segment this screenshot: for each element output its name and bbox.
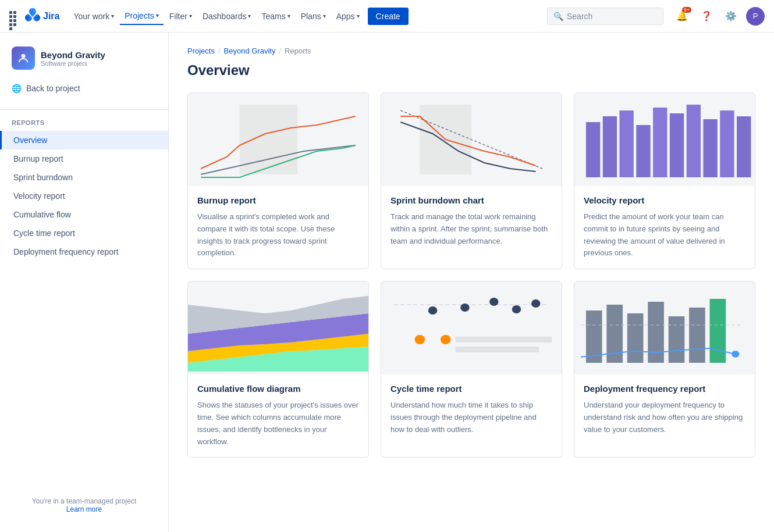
svg-point-21 — [489, 298, 499, 306]
svg-rect-9 — [670, 113, 684, 177]
learn-more-link[interactable]: Learn more — [12, 505, 157, 513]
svg-rect-11 — [703, 119, 717, 177]
breadcrumb-beyond-gravity[interactable]: Beyond Gravity — [224, 47, 276, 55]
create-button[interactable]: Create — [368, 8, 409, 25]
main-content: Projects / Beyond Gravity / Reports Over… — [169, 33, 774, 532]
project-name: Beyond Gravity — [41, 50, 105, 60]
deployment-desc: Understand your deployment frequency to … — [584, 399, 745, 435]
burnup-card[interactable]: Burnup report Visualise a sprint's compl… — [187, 92, 369, 269]
settings-button[interactable]: ⚙️ — [722, 7, 740, 26]
footer-text: You're in a team-managed project — [12, 497, 157, 505]
cumulative-card[interactable]: Cumulative flow diagram Shows the status… — [187, 281, 369, 458]
back-icon: 🌐 — [12, 84, 22, 93]
top-navigation: Jira Your work ▾ Projects ▾ Filter ▾ Das… — [0, 0, 774, 33]
deployment-chart — [574, 281, 755, 374]
burndown-card-body: Sprint burndown chart Track and manage t… — [381, 186, 562, 256]
project-header: Beyond Gravity Software project — [0, 42, 168, 79]
breadcrumb-projects[interactable]: Projects — [187, 47, 215, 55]
deployment-title: Deployment frequency report — [584, 384, 745, 394]
nav-filter[interactable]: Filter ▾ — [165, 8, 197, 24]
sidebar-item-cycle-time[interactable]: Cycle time report — [0, 224, 168, 242]
avatar[interactable]: P — [746, 7, 765, 26]
sidebar-divider — [0, 109, 168, 110]
deployment-card-body: Deployment frequency report Understand y… — [574, 374, 755, 445]
svg-point-19 — [428, 306, 438, 315]
velocity-card[interactable]: Velocity report Predict the amount of wo… — [574, 92, 755, 269]
cycle-time-desc: Understand how much time it takes to shi… — [390, 399, 552, 435]
nav-dashboards[interactable]: Dashboards ▾ — [198, 8, 256, 24]
sidebar-item-burnup[interactable]: Burnup report — [0, 149, 168, 168]
svg-rect-5 — [603, 116, 617, 177]
svg-rect-32 — [669, 316, 685, 363]
jira-logo[interactable]: Jira — [24, 8, 59, 24]
sidebar-item-cumulative[interactable]: Cumulative flow — [0, 205, 168, 224]
nav-items: Your work ▾ Projects ▾ Filter ▾ Dashboar… — [69, 8, 542, 25]
burnup-card-body: Burnup report Visualise a sprint's compl… — [188, 186, 368, 269]
chevron-down-icon: ▾ — [357, 13, 360, 19]
cycle-time-card-body: Cycle time report Understand how much ti… — [381, 374, 562, 445]
svg-rect-7 — [636, 125, 650, 177]
svg-rect-33 — [689, 308, 705, 363]
sidebar-item-overview[interactable]: Overview — [0, 131, 168, 149]
sidebar-item-deployment[interactable]: Deployment frequency report — [0, 242, 168, 261]
cycle-time-card[interactable]: Cycle time report Understand how much ti… — [381, 281, 562, 458]
sidebar-footer: You're in a team-managed project Learn m… — [0, 488, 168, 523]
cumulative-desc: Shows the statuses of your project's iss… — [197, 399, 359, 448]
sprint-burndown-card[interactable]: Sprint burndown chart Track and manage t… — [381, 92, 562, 269]
sidebar-section-title: Reports — [0, 115, 168, 131]
burndown-desc: Track and manage the total work remainin… — [390, 211, 552, 247]
nav-plans[interactable]: Plans ▾ — [296, 8, 331, 24]
svg-rect-31 — [648, 302, 664, 363]
svg-rect-4 — [586, 122, 600, 177]
svg-rect-12 — [720, 110, 734, 177]
chevron-down-icon: ▾ — [323, 13, 326, 19]
burnup-chart — [188, 93, 368, 186]
notifications-button[interactable]: 🔔 9+ — [673, 7, 691, 26]
project-info: Beyond Gravity Software project — [41, 50, 105, 67]
deployment-card[interactable]: Deployment frequency report Understand y… — [574, 281, 755, 458]
jira-logo-text: Jira — [43, 11, 59, 22]
velocity-title: Velocity report — [584, 195, 745, 205]
svg-rect-6 — [620, 110, 634, 177]
svg-point-24 — [415, 335, 425, 344]
burndown-title: Sprint burndown chart — [390, 195, 552, 205]
svg-point-22 — [512, 305, 521, 313]
chevron-down-icon: ▾ — [111, 13, 114, 19]
search-icon: 🔍 — [553, 12, 563, 21]
page-title: Overview — [187, 62, 755, 78]
back-to-project[interactable]: 🌐 Back to project — [0, 79, 168, 98]
nav-projects[interactable]: Projects ▾ — [120, 8, 164, 25]
sidebar-item-velocity[interactable]: Velocity report — [0, 187, 168, 205]
sidebar-item-sprint-burndown[interactable]: Sprint burndown — [0, 168, 168, 187]
burnup-desc: Visualise a sprint's completed work and … — [197, 211, 359, 259]
search-box[interactable]: 🔍 Search — [547, 8, 663, 25]
chevron-down-icon: ▾ — [287, 13, 290, 19]
cumulative-chart — [188, 281, 368, 374]
help-button[interactable]: ❓ — [697, 7, 716, 26]
velocity-chart — [574, 93, 755, 186]
svg-rect-13 — [737, 116, 751, 177]
velocity-card-body: Velocity report Predict the amount of wo… — [574, 186, 755, 269]
svg-point-36 — [732, 351, 739, 358]
svg-rect-27 — [455, 347, 539, 352]
burndown-chart — [381, 93, 562, 186]
burnup-title: Burnup report — [197, 195, 359, 205]
main-layout: Beyond Gravity Software project 🌐 Back t… — [0, 33, 774, 532]
svg-rect-26 — [455, 337, 552, 342]
sidebar: Beyond Gravity Software project 🌐 Back t… — [0, 33, 169, 532]
svg-rect-8 — [653, 108, 667, 177]
breadcrumb: Projects / Beyond Gravity / Reports — [187, 47, 755, 55]
grid-menu-icon[interactable] — [9, 11, 20, 22]
nav-your-work[interactable]: Your work ▾ — [69, 8, 119, 24]
chevron-down-icon: ▾ — [189, 13, 192, 19]
svg-point-0 — [21, 54, 25, 58]
project-type: Software project — [41, 60, 105, 67]
nav-apps[interactable]: Apps ▾ — [332, 8, 364, 24]
svg-point-25 — [441, 335, 451, 344]
svg-rect-30 — [627, 313, 644, 363]
cards-grid: Burnup report Visualise a sprint's compl… — [187, 92, 755, 458]
notification-badge: 9+ — [682, 7, 691, 13]
nav-teams[interactable]: Teams ▾ — [257, 8, 294, 24]
chevron-down-icon: ▾ — [156, 12, 159, 19]
svg-point-23 — [531, 299, 541, 308]
